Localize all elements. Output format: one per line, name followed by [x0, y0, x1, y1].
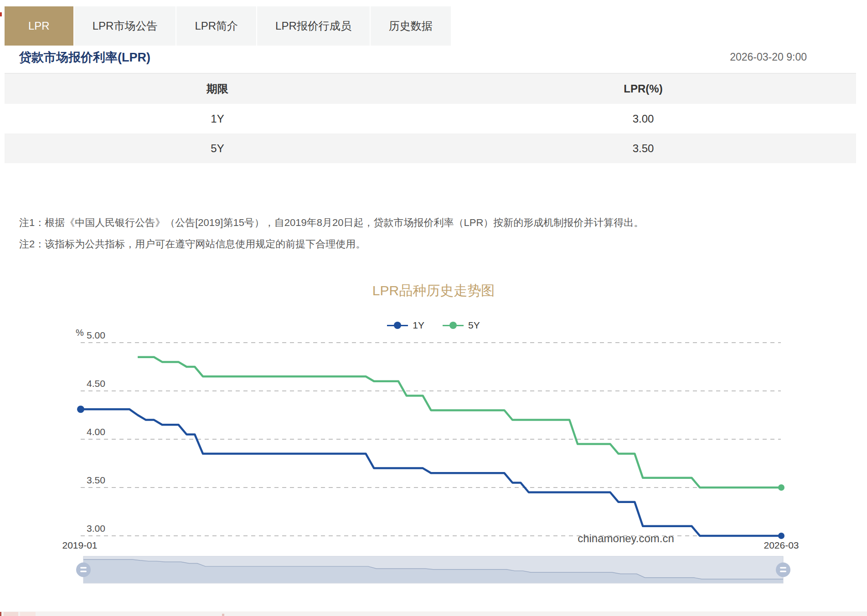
series-line-1y: [81, 409, 781, 536]
bottom-strip: [0, 611, 867, 616]
slider-handle-left-grip-icon: [80, 571, 87, 572]
y-tick-label: 3.00: [87, 523, 105, 534]
bottom-pink-smudge: [20, 612, 36, 616]
slider-handle-left[interactable]: [76, 563, 91, 577]
slider-handle-right-grip-icon: [780, 571, 786, 572]
y-tick-label: 5.00: [87, 330, 105, 340]
series-end-dot-1y: [778, 533, 784, 539]
x-axis-label-start: 2019-01: [62, 540, 97, 550]
y-tick-label: 3.50: [87, 475, 105, 485]
y-tick-label: 4.50: [87, 378, 105, 389]
series-start-dot-1y: [77, 406, 84, 413]
bottom-red-speck: [0, 612, 1, 616]
slider-handle-right[interactable]: [776, 563, 790, 577]
y-tick-label: 4.00: [87, 426, 105, 437]
watermark-text: chinamoney.com.cn: [578, 532, 674, 544]
x-axis-label-end: 2026-03: [764, 540, 799, 550]
y-axis-unit-label: %: [76, 328, 84, 338]
slider-handle-right-grip-icon: [780, 567, 786, 569]
series-end-dot-5y: [778, 484, 784, 491]
bottom-red-speck: [222, 614, 224, 616]
lpr-page: LPR LPR市场公告 LPR简介 LPR报价行成员 历史数据 贷款市场报价利率…: [0, 0, 867, 616]
bottom-pink-smudge: [4, 612, 18, 616]
slider-handle-left-grip-icon: [80, 567, 87, 569]
lpr-trend-chart: 5.004.504.003.503.00%chinamoney.com.cn20…: [0, 0, 867, 616]
series-line-5y: [138, 357, 781, 488]
